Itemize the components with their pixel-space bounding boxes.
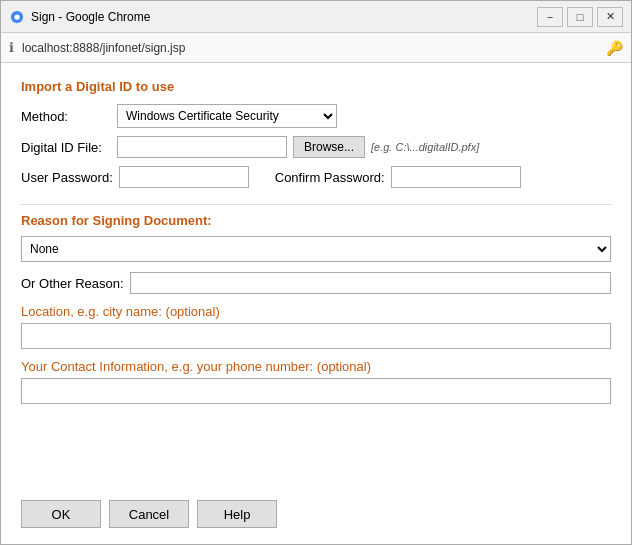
password-row: User Password: Confirm Password: (21, 166, 611, 188)
address-bar: ℹ localhost:8888/jinfonet/sign.jsp 🔑 (1, 33, 631, 63)
user-password-input[interactable] (119, 166, 249, 188)
other-reason-row: Or Other Reason: (21, 272, 611, 294)
button-row: OK Cancel Help (21, 492, 611, 532)
digital-id-hint: [e.g. C:\...digitalID.pfx] (371, 141, 479, 153)
window: Sign - Google Chrome − □ ✕ ℹ localhost:8… (0, 0, 632, 545)
cancel-button[interactable]: Cancel (109, 500, 189, 528)
reason-title: Reason for Signing Document: (21, 213, 611, 228)
info-icon: ℹ (9, 40, 14, 55)
method-select[interactable]: Windows Certificate Security PKCS#12 Dig… (117, 104, 337, 128)
svg-point-1 (14, 14, 19, 19)
url-display: localhost:8888/jinfonet/sign.jsp (22, 41, 598, 55)
other-reason-input[interactable] (130, 272, 611, 294)
method-row: Method: Windows Certificate Security PKC… (21, 104, 611, 128)
method-label: Method: (21, 109, 111, 124)
maximize-button[interactable]: □ (567, 7, 593, 27)
window-title: Sign - Google Chrome (31, 10, 537, 24)
digital-id-row: Digital ID File: Browse... [e.g. C:\...d… (21, 136, 611, 158)
minimize-button[interactable]: − (537, 7, 563, 27)
digital-id-label: Digital ID File: (21, 140, 111, 155)
ok-button[interactable]: OK (21, 500, 101, 528)
location-section: Location, e.g. city name: (optional) (21, 304, 611, 359)
window-controls: − □ ✕ (537, 7, 623, 27)
chrome-icon (9, 9, 25, 25)
help-button[interactable]: Help (197, 500, 277, 528)
contact-label: Your Contact Information, e.g. your phon… (21, 359, 611, 374)
user-password-label: User Password: (21, 170, 113, 185)
browse-button[interactable]: Browse... (293, 136, 365, 158)
location-label: Location, e.g. city name: (optional) (21, 304, 611, 319)
confirm-password-input[interactable] (391, 166, 521, 188)
confirm-password-label: Confirm Password: (275, 170, 385, 185)
digital-id-input[interactable] (117, 136, 287, 158)
title-bar: Sign - Google Chrome − □ ✕ (1, 1, 631, 33)
form-content: Import a Digital ID to use Method: Windo… (1, 63, 631, 544)
key-icon: 🔑 (606, 40, 623, 56)
contact-input[interactable] (21, 378, 611, 404)
reason-select[interactable]: None I am the author of this document I … (21, 236, 611, 262)
close-button[interactable]: ✕ (597, 7, 623, 27)
other-reason-label: Or Other Reason: (21, 276, 124, 291)
contact-section: Your Contact Information, e.g. your phon… (21, 359, 611, 414)
location-input[interactable] (21, 323, 611, 349)
import-title: Import a Digital ID to use (21, 79, 611, 94)
divider-1 (21, 204, 611, 205)
